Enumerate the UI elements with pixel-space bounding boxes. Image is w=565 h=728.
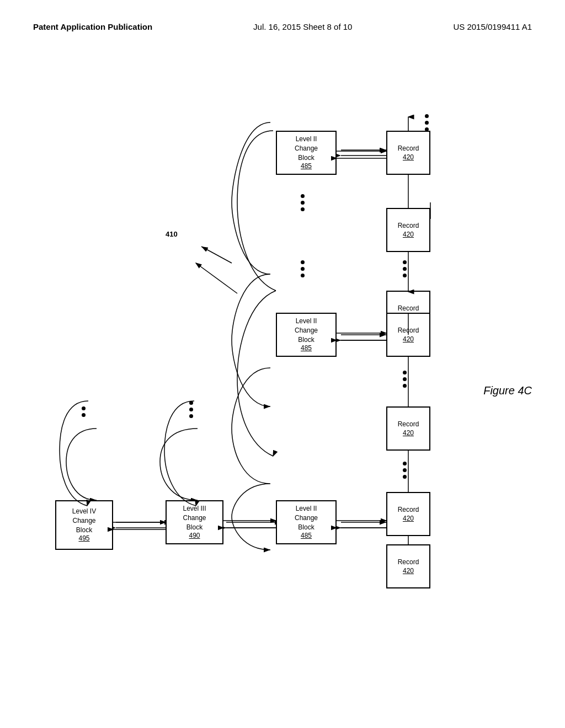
dot xyxy=(301,201,305,205)
record-b1-number: 420 xyxy=(403,429,414,438)
record-b1-label: Record xyxy=(398,420,419,429)
dot xyxy=(403,377,407,381)
record-br-label: Record xyxy=(398,558,419,567)
level3-block: Level III Change Block 490 xyxy=(166,500,223,544)
record-ml-number: 420 xyxy=(403,335,414,344)
level4-label3: Block xyxy=(76,526,92,535)
level2-block-bot: Level II Change Block 485 xyxy=(276,500,337,544)
record-mid-left: Record 420 xyxy=(386,313,430,357)
dot xyxy=(301,267,305,271)
dots-right-mid xyxy=(403,371,407,388)
record-br-number: 420 xyxy=(403,567,414,576)
figure-label: Figure 4C xyxy=(483,384,532,397)
record-bot-1: Record 420 xyxy=(386,406,430,451)
dots-level3 xyxy=(189,401,193,418)
dot xyxy=(301,207,305,211)
dot xyxy=(403,371,407,374)
dot xyxy=(189,414,193,418)
page-header: Patent Application Publication Jul. 16, … xyxy=(0,0,565,42)
dot xyxy=(189,401,193,405)
publication-title: Patent Application Publication xyxy=(33,22,152,31)
dot xyxy=(425,121,429,125)
dot xyxy=(403,468,407,472)
record-2: Record 420 xyxy=(386,208,430,252)
dot xyxy=(403,274,407,277)
level3-number: 490 xyxy=(189,532,200,540)
ref-410: 410 xyxy=(166,230,178,238)
record-b2-label: Record xyxy=(398,505,419,515)
dots-top-right xyxy=(425,114,429,131)
dot xyxy=(403,384,407,388)
dot xyxy=(403,462,407,465)
level2-mid-number: 485 xyxy=(301,344,312,353)
level4-block: Level IV Change Block 495 xyxy=(55,500,113,550)
level3-label1: Level III xyxy=(183,504,206,513)
record-3-label: Record xyxy=(398,304,419,313)
dots-left-1 xyxy=(82,406,86,417)
level2-block-mid: Level II Change Block 485 xyxy=(276,313,337,357)
dots-center-2 xyxy=(301,260,305,277)
level2-top-label3: Block xyxy=(298,153,314,163)
level3-label2: Change xyxy=(183,513,206,523)
dot xyxy=(82,406,86,410)
svg-line-13 xyxy=(201,247,232,263)
svg-line-37 xyxy=(196,263,237,293)
level2-block-top: Level II Change Block 485 xyxy=(276,131,337,175)
record-top-number: 420 xyxy=(403,153,414,162)
dot xyxy=(403,260,407,264)
level4-number: 495 xyxy=(78,534,89,543)
level2-bot-label2: Change xyxy=(295,513,318,523)
level2-top-label2: Change xyxy=(295,144,318,153)
level4-label1: Level IV xyxy=(72,507,96,516)
record-bot-2: Record 420 xyxy=(386,492,430,536)
level2-mid-label1: Level II xyxy=(296,317,317,326)
level2-top-label1: Level II xyxy=(296,135,317,144)
dot xyxy=(425,114,429,118)
dot xyxy=(403,267,407,271)
level4-label2: Change xyxy=(72,516,95,526)
level3-label3: Block xyxy=(186,523,202,532)
record-top: Record 420 xyxy=(386,131,430,175)
record-bot-right: Record 420 xyxy=(386,544,430,588)
level2-mid-label3: Block xyxy=(298,335,314,345)
patent-number: US 2015/0199411 A1 xyxy=(453,22,532,31)
dots-mid-right-1 xyxy=(403,260,407,277)
dot xyxy=(301,194,305,198)
level2-top-number: 485 xyxy=(301,162,312,171)
dot xyxy=(301,260,305,264)
dot xyxy=(301,274,305,277)
dots-center-1 xyxy=(301,194,305,211)
dot xyxy=(403,475,407,479)
dot xyxy=(82,413,86,417)
level2-bot-label3: Block xyxy=(298,523,314,532)
record-top-label: Record xyxy=(398,144,419,153)
diagram-area: 410 Level II Change Block 485 Record 420… xyxy=(0,42,565,704)
record-2-label: Record xyxy=(398,221,419,231)
dots-right-bot xyxy=(403,462,407,479)
level2-mid-label2: Change xyxy=(295,326,318,335)
record-2-number: 420 xyxy=(403,231,414,239)
level2-bot-label1: Level II xyxy=(296,504,317,513)
record-ml-label: Record xyxy=(398,326,419,335)
dot xyxy=(189,408,193,411)
sheet-info: Jul. 16, 2015 Sheet 8 of 10 xyxy=(253,22,352,31)
record-b2-number: 420 xyxy=(403,515,414,523)
level2-bot-number: 485 xyxy=(301,532,312,540)
